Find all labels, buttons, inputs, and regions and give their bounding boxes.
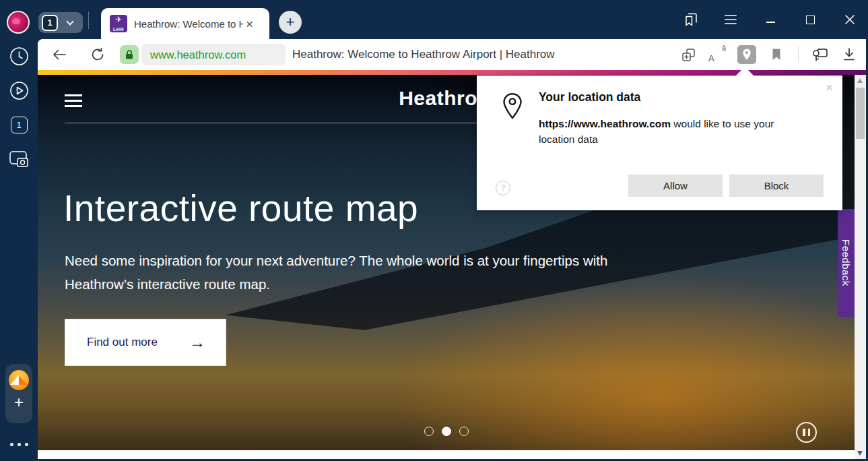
play-icon[interactable] xyxy=(9,80,29,100)
scroll-up-arrow[interactable] xyxy=(857,78,863,83)
toolbar-separator xyxy=(798,47,799,63)
add-icon[interactable]: + xyxy=(14,394,24,410)
tab-counter[interactable]: 1 xyxy=(38,12,83,33)
url-text: www.heathrow.com xyxy=(150,49,246,61)
hero-heading: Interactive route map xyxy=(63,187,418,230)
tab-count-badge: 1 xyxy=(42,15,58,31)
block-button[interactable]: Block xyxy=(729,175,824,197)
close-icon[interactable] xyxy=(841,11,859,28)
feedback-tab[interactable]: Feedback xyxy=(838,209,855,317)
find-out-more-button[interactable]: Find out more → xyxy=(65,319,226,366)
web-panel-group: + xyxy=(5,364,32,423)
sidebar: 1 + xyxy=(0,39,38,461)
url-field[interactable]: www.heathrow.com xyxy=(141,44,286,65)
reload-icon[interactable] xyxy=(90,47,106,63)
tab-bar-separator xyxy=(88,11,89,29)
location-permission-popup: × Your location data https://www.heathro… xyxy=(477,75,842,210)
tab-title: Heathrow: Welcome to H xyxy=(134,18,243,30)
hero-description: Need some inspiration for your next adve… xyxy=(65,249,657,296)
browser-top-bar: 1 ✈ LHR Heathrow: Welcome to H × + xyxy=(0,0,868,39)
scroll-down-arrow[interactable] xyxy=(857,451,863,456)
bookmark-icon[interactable] xyxy=(768,46,785,63)
tab-heathrow[interactable]: ✈ LHR Heathrow: Welcome to H × xyxy=(101,8,269,39)
carousel-dot-2[interactable] xyxy=(442,427,451,436)
history-clock-icon[interactable] xyxy=(9,46,29,66)
copy-page-icon[interactable] xyxy=(679,46,697,63)
carousel-dots xyxy=(38,427,855,436)
back-icon[interactable] xyxy=(51,47,67,63)
profile-avatar[interactable] xyxy=(7,11,30,34)
lock-icon[interactable] xyxy=(120,45,139,64)
scrollbar-thumb[interactable] xyxy=(856,88,865,139)
pause-icon[interactable] xyxy=(796,422,817,443)
tab-close-icon[interactable]: × xyxy=(246,18,253,30)
maximize-icon[interactable] xyxy=(801,11,819,28)
browser-window: 1 ✈ LHR Heathrow: Welcome to H × + xyxy=(0,0,868,461)
help-icon[interactable]: ? xyxy=(496,181,510,195)
carousel-dot-1[interactable] xyxy=(424,427,434,436)
carousel-dot-3[interactable] xyxy=(459,427,469,436)
popup-title: Your location data xyxy=(539,90,640,104)
popup-arrow xyxy=(735,67,754,76)
location-pin-icon[interactable] xyxy=(737,45,756,64)
more-dots-icon[interactable] xyxy=(0,443,38,446)
mail-icon[interactable] xyxy=(9,370,29,390)
location-pin-outline-icon xyxy=(501,92,524,124)
capture-icon[interactable] xyxy=(9,149,29,169)
favicon-code: LHR xyxy=(110,27,127,32)
window-panel-icon[interactable]: 1 xyxy=(9,115,29,135)
minimize-icon[interactable] xyxy=(762,11,779,28)
popup-message: https://www.heathrow.com would like to u… xyxy=(539,116,807,147)
password-keys-icon[interactable] xyxy=(811,46,829,63)
sync-bookmarks-icon[interactable] xyxy=(682,11,700,28)
chevron-down-icon xyxy=(66,18,73,25)
download-icon[interactable] xyxy=(840,46,858,63)
address-toolbar: www.heathrow.com Heathrow: Welcome to He… xyxy=(38,39,866,70)
popup-close-icon[interactable]: × xyxy=(826,81,833,94)
popup-site-url: https://www.heathrow.com xyxy=(539,118,671,129)
menu-icon[interactable] xyxy=(722,11,739,28)
cta-label: Find out more xyxy=(87,336,158,349)
translate-icon[interactable]: Aǎ xyxy=(708,46,726,63)
arrow-right-icon: → xyxy=(189,333,205,352)
new-tab-button[interactable]: + xyxy=(279,11,302,34)
address-bar-page-title[interactable]: Heathrow: Welcome to Heathrow Airport | … xyxy=(292,39,555,70)
allow-button[interactable]: Allow xyxy=(628,175,723,197)
scrollbar[interactable] xyxy=(855,75,866,459)
plane-icon: ✈ xyxy=(110,15,127,25)
heathrow-favicon: ✈ LHR xyxy=(110,15,127,32)
